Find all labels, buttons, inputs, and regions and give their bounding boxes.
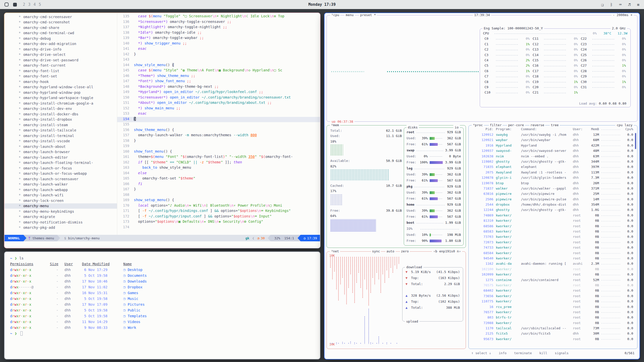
- code-line[interactable]: 143: [117, 57, 320, 63]
- tree-item[interactable]: *omarchy-launch-walker: [5, 182, 117, 187]
- process-row[interactable]: 120921waybar/usr/bin/waybardhh68M0.0: [469, 137, 637, 143]
- memory-box-title[interactable]: ²mem: [330, 123, 340, 128]
- code-line[interactable]: 166 fi: [117, 182, 320, 187]
- footer-button[interactable]: ↑ select ↓: [471, 350, 491, 356]
- process-row[interactable]: 2075XwaylandXwayland :1 -rootless -dhh11…: [469, 170, 637, 175]
- tree-item[interactable]: *omarchy-debug: [5, 36, 117, 41]
- file-name[interactable]: ❐Desktop: [120, 267, 142, 273]
- ls-row[interactable]: drwxr-xr-x-dhh 5 Oct 19:58❐Music: [10, 296, 314, 302]
- process-row[interactable]: 120878glycin-i/usr/lib/glycin-loadersdhh…: [469, 175, 637, 180]
- code-buffer[interactable]: 135 case $(menu "Toggle" "▢ Screensaver\…: [117, 13, 320, 235]
- tree-item[interactable]: *omarchy-cmd-terminal-cwd: [5, 30, 117, 36]
- logo-icon[interactable]: [5, 3, 9, 7]
- code-line[interactable]: 160show_font_menu() {: [117, 149, 320, 155]
- tree-item[interactable]: *omarchy-hyprland-window-pop: [5, 90, 117, 95]
- tree-item[interactable]: *omarchy-hyprland-workspace-toggle: [5, 95, 117, 101]
- file-name[interactable]: ❐Templates: [120, 313, 147, 319]
- tree-item[interactable]: *omarchy-lock-screen: [5, 198, 117, 203]
- menu-icon[interactable]: ≡: [637, 2, 639, 7]
- scrollbar-thumb[interactable]: [635, 133, 636, 149]
- tree-item[interactable]: *omarchy-pkg-add: [5, 225, 117, 231]
- tree-item[interactable]: *omarchy-cmd-screensaver: [5, 14, 117, 20]
- sort-mode[interactable]: cpu lazy: [615, 123, 634, 128]
- process-row[interactable]: 1916HyprlandHyprlanddhh422M0.0: [469, 143, 637, 148]
- file-name[interactable]: ❐Work: [120, 325, 136, 331]
- process-row[interactable]: 102638nvimnvim --embed .dhh63M0.0: [469, 154, 637, 159]
- code-line[interactable]: 140 *) show_trigger_menu ;;: [117, 41, 320, 47]
- code-line[interactable]: 152 *) show_main_menu ;;: [117, 106, 320, 112]
- workspace-button[interactable]: 5: [37, 2, 43, 7]
- process-row[interactable]: 1162avahi-daavahi-daemon: running [avahi…: [469, 261, 637, 266]
- code-line[interactable]: 156show_theme_menu() {: [117, 128, 320, 133]
- tree-item[interactable]: *omarchy-drive-select: [5, 52, 117, 58]
- file-name[interactable]: ❐Dropbox: [120, 284, 142, 290]
- tree-item[interactable]: *omarchy-launch-webapp: [5, 187, 117, 193]
- process-row[interactable]: 110775kworker/root0B0.0: [469, 299, 637, 304]
- code-line[interactable]: 150 *Screensaver*) open_in_editor ~/.con…: [117, 95, 320, 101]
- process-row[interactable]: 803btrfs-trroot0B0.0: [469, 315, 637, 320]
- code-line[interactable]: 135 case $(menu "Toggle" "▢ Screensaver\…: [117, 14, 320, 20]
- footer-button[interactable]: signals: [555, 350, 569, 356]
- code-line[interactable]: 148 *Background*) omarchy-theme-bg-next …: [117, 84, 320, 90]
- code-line[interactable]: 162 if [[ "$theme" == "CNCLD" || -z "$th…: [117, 160, 320, 166]
- code-line[interactable]: 173 options="$options\n▣ Defaults\n✦ DNS…: [117, 219, 320, 225]
- net-option-zero[interactable]: zero: [400, 249, 410, 254]
- tree-item[interactable]: *omarchy-dev-add-migration: [5, 41, 117, 47]
- tree-item[interactable]: *omarchy-drive-info: [5, 47, 117, 52]
- process-row[interactable]: 1170tailscal/usr/sbin/tailscaled --root7…: [469, 326, 637, 331]
- code-line[interactable]: 145 case $(menu "Style" "◍ Theme\nA Font…: [117, 68, 320, 74]
- file-name[interactable]: ❐Pictures: [120, 302, 145, 307]
- process-row[interactable]: 68586kworker/root0B0.0: [469, 223, 637, 229]
- tree-item[interactable]: *omarchy-install-dropbox: [5, 117, 117, 122]
- proc-option-per-core[interactable]: per-core: [507, 123, 525, 128]
- ls-row[interactable]: drwxr-xr-x-dhh 5 Oct 19:58❐Documents: [10, 273, 314, 279]
- tree-item[interactable]: *omarchy-launch-floating-terminal-: [5, 160, 117, 166]
- footer-button[interactable]: info: [499, 350, 506, 356]
- process-row[interactable]: 72088kworker/root0B0.0: [469, 320, 637, 326]
- process-row[interactable]: 94540kworker/root0B0.0: [469, 256, 637, 261]
- process-row[interactable]: 71837walker/usr/bin/walker --gappldhh371…: [469, 186, 637, 191]
- ls-row[interactable]: drwxr-xr-x-dhh11 Nov 14:29❐Videos: [10, 319, 314, 325]
- footer-button[interactable]: kill: [539, 350, 547, 356]
- net-option-auto[interactable]: auto: [385, 249, 395, 254]
- tree-item[interactable]: *omarchy-install-terminal: [5, 133, 117, 139]
- code-line[interactable]: 172 [ -f ~/.config/hypr/input.conf ] && …: [117, 214, 320, 220]
- process-row[interactable]: 81310kworker/root0B0.0: [469, 218, 637, 223]
- ls-row[interactable]: drwxr-xr-x-dhh17 Nov 10:46❐Downloads: [10, 279, 314, 284]
- tree-item[interactable]: *omarchy-hyprland-window-close-all: [5, 84, 117, 90]
- tree-item[interactable]: *omarchy-install-steam: [5, 122, 117, 128]
- ls-row[interactable]: drwxr-xr-x-dhh 5 Oct 19:58❐Public: [10, 307, 314, 313]
- network-interface[interactable]: ‹b enp191s0 n›: [432, 249, 462, 254]
- code-line[interactable]: 138 *Idle*) omarchy-toggle-idle ;;: [117, 30, 320, 36]
- tree-item[interactable]: *omarchy-cmd-screenshot: [5, 20, 117, 25]
- tree-item[interactable]: *omarchy-migrate: [5, 214, 117, 220]
- ls-row[interactable]: drwxr-xr-x-dhh 9 Nov 08:33❐Work: [10, 325, 314, 331]
- tree-item[interactable]: *omarchy-install-chromium-google-a: [5, 101, 117, 106]
- tree-item[interactable]: *omarchy-install-dev-env: [5, 106, 117, 112]
- process-column-header[interactable]: User:: [570, 126, 585, 132]
- footer-button[interactable]: terminate: [514, 350, 532, 356]
- process-row[interactable]: 2506pipewire/usr/bin/pipewire-pulsedhh14…: [469, 197, 637, 202]
- process-row[interactable]: 68583kworker/root0B0.0: [469, 229, 637, 234]
- process-row[interactable]: 95673kworker/root0B0.0: [469, 336, 637, 342]
- process-row[interactable]: 73703kworker/root0B0.0: [469, 234, 637, 239]
- process-row[interactable]: 74733kworker/root0B0.0: [469, 245, 637, 250]
- tree-item[interactable]: *omarchy-font-list: [5, 68, 117, 74]
- process-row[interactable]: 68584kworker/root0B0.0: [469, 250, 637, 256]
- process-row[interactable]: 119802ghostty/usr/bin/ghostty --gtk-dhh3…: [469, 159, 637, 164]
- code-line[interactable]: 165 omarchy-font-set "$theme": [117, 176, 320, 182]
- tree-item[interactable]: *omarchy-launch-about: [5, 144, 117, 149]
- bluetooth-icon[interactable]: ᛒ: [610, 2, 613, 7]
- tree-item[interactable]: *omarchy-launch-or-focus: [5, 165, 117, 171]
- tree-item[interactable]: *omarchy-cmd-share: [5, 25, 117, 30]
- code-line[interactable]: 158}: [117, 139, 320, 144]
- code-line[interactable]: 167}: [117, 187, 320, 193]
- code-line[interactable]: 139 *Bar*) omarchy-toggle-waybar ;;: [117, 36, 320, 41]
- code-line[interactable]: 168: [117, 193, 320, 198]
- workspace-button[interactable]: 3: [27, 2, 32, 7]
- process-row[interactable]: 72073kworker/root0B0.0: [469, 240, 637, 245]
- code-line[interactable]: 142}: [117, 52, 320, 58]
- code-line[interactable]: 141 esac: [117, 47, 320, 52]
- net-option-sync[interactable]: sync: [371, 249, 381, 254]
- process-row[interactable]: 16rcu_preeroot0B0.0: [469, 304, 637, 309]
